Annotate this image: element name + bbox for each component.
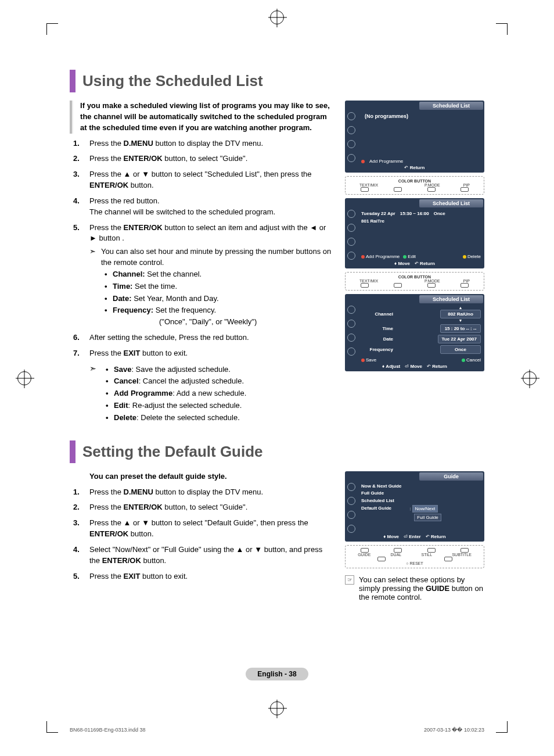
step-1: Press the D.MENU button to display the D… (89, 138, 334, 149)
remote-strip-guide: GUIDE DUAL STILL SUBTITLE ○ RESET (345, 545, 484, 568)
intro-text: If you make a scheduled viewing list of … (80, 101, 334, 134)
registration-mark (17, 371, 31, 385)
remote-strip-color-2: COLOR BUTTON TEXT/MIX P.MODE PIP (345, 272, 484, 291)
print-meta: BN68-01169B-Eng-0313.indd 38 2007-03-13 … (70, 727, 484, 733)
step2-2: Press the ENTER/OK button, to select "Gu… (89, 502, 334, 513)
page-number: English - 38 (70, 668, 484, 680)
crop-mark (496, 23, 508, 35)
step-5: Press the ENTER/OK button to select an i… (89, 223, 334, 328)
registration-mark (270, 701, 284, 715)
arrow-icon: ➣ (89, 364, 101, 373)
step-7: Press the EXIT button to exit. (89, 348, 334, 359)
registration-mark (270, 10, 284, 24)
crop-mark (46, 721, 58, 733)
section-heading: Using the Scheduled List (70, 70, 484, 92)
osd-scheduled-edit: Scheduled List Channel ▲802 RaiUno▼ Time… (345, 294, 484, 371)
osd-scheduled-one: Scheduled List Tuesday 22 Apr15:30 ~ 16:… (345, 198, 484, 268)
remote-strip-color: COLOR BUTTON TEXT/MIX P.MODE PIP (345, 176, 484, 195)
osd-guide: Guide Now & Next Guide Full Guide Schedu… (345, 471, 484, 542)
section-heading-2: Setting the Default Guide (70, 440, 484, 463)
step2-3: Press the ▲ or ▼ button to select "Defau… (89, 518, 334, 540)
step-6: After setting the schedule, Press the re… (89, 332, 334, 343)
step2-4: Select "Now/Next" or "Full Guide" using … (89, 544, 334, 567)
step-3: Press the ▲ or ▼ button to select "Sched… (89, 169, 334, 191)
hand-icon: ☞ (345, 575, 354, 585)
crop-mark (496, 721, 508, 733)
note-guide-button: ☞ You can select these options by simply… (345, 575, 484, 601)
registration-mark (523, 371, 537, 385)
step2-5: Press the EXIT button to exit. (89, 571, 334, 582)
step2-1: Press the D.MENU button to display the D… (89, 487, 334, 498)
intro-text-2: You can preset the default guide style. (89, 471, 334, 482)
step-4: Press the red button. The channel will b… (89, 196, 334, 218)
step-2: Press the ENTER/OK button, to select "Gu… (89, 153, 334, 164)
osd-scheduled-empty: Scheduled List (No programmes) Add Progr… (345, 101, 484, 173)
crop-mark (46, 23, 58, 35)
